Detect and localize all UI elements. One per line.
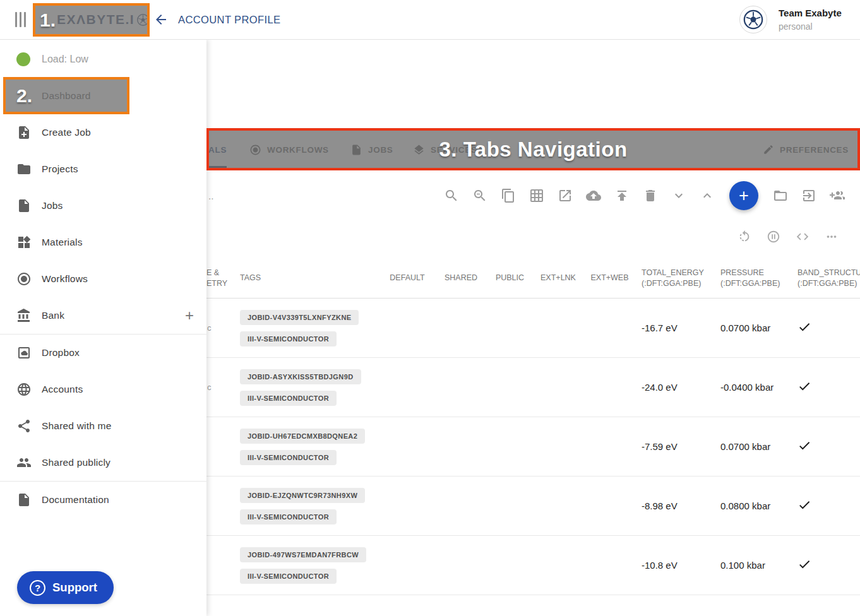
sidebar-item-workflows[interactable]: Workflows [0,261,206,297]
tag-chip: JOBID-EJZQNWTC9R73NH9XW [240,488,365,503]
load-status: Load: Low [0,41,206,78]
sidebar-item-shared-with-me[interactable]: Shared with me [0,408,206,444]
table-row[interactable]: cJOBID-ASYXKISS5TBDJGN9DIII-V-SEMICONDUC… [206,358,860,417]
band-structure-cell [792,498,860,514]
table-row[interactable]: cJOBID-V4V339T5LXNFYZKNEIII-V-SEMICONDUC… [206,299,860,358]
radio-icon [16,271,32,287]
sidebar-item-materials[interactable]: Materials [0,224,206,261]
search-input[interactable]: .. [208,191,213,201]
sidebar-item-create-job[interactable]: Create Job [0,114,206,151]
sidebar-item-label: Documentation [42,494,109,506]
tag-chip: III-V-SEMICONDUCTOR [240,331,337,346]
column-header-ext-web[interactable]: EXT+WEB [583,273,636,284]
sidebar-item-projects[interactable]: Projects [0,151,206,187]
band-structure-cell [792,557,860,574]
column-header-tags[interactable]: TAGS [240,273,379,284]
tags-cell: JOBID-V4V339T5LXNFYZKNEIII-V-SEMICONDUCT… [240,310,379,346]
sidebar-item-label: Shared publicly [42,457,110,468]
app-window: EXΛBYTE.I ACCOUNT PROFILE Team Exabyte p… [0,0,860,616]
chevron-up-icon[interactable] [700,188,715,203]
upload-icon[interactable] [614,188,630,203]
team-type: personal [779,21,813,32]
folder-outline-icon[interactable] [773,188,788,203]
sidebar-menu: DashboardCreate JobProjectsJobsMaterials… [0,78,206,518]
pressure-value: 0.0800 kbar [715,500,792,511]
rotate-left-icon[interactable] [738,230,751,244]
column-header-fragment[interactable]: E & ETRY [206,268,240,290]
widgets-icon [16,235,32,250]
table-row[interactable]: JOBID-497WS7EMDAN7FRBCWIII-V-SEMICONDUCT… [206,536,860,595]
sidebar-item-label: Accounts [42,384,83,395]
total-energy-value: -16.7 eV [636,323,715,333]
sidebar-item-jobs[interactable]: Jobs [0,187,206,224]
sidebar-item-accounts[interactable]: Accounts [0,371,206,408]
file-icon [16,198,32,213]
total-energy-value: -10.8 eV [636,560,715,571]
tag-chip: III-V-SEMICONDUCTOR [240,509,337,524]
total-energy-value: -24.0 eV [636,382,715,393]
sidebar-item-label: Create Job [42,127,91,138]
column-header-shared[interactable]: SHARED [436,273,486,284]
people-icon [16,455,32,470]
back-arrow-icon[interactable] [153,12,169,27]
pause-circle-icon[interactable] [767,230,780,244]
search-icon[interactable] [444,188,459,203]
exit-to-app-icon[interactable] [801,188,816,203]
table-body: cJOBID-V4V339T5LXNFYZKNEIII-V-SEMICONDUC… [206,299,860,616]
pressure-value: 0.100 kbar [715,560,792,571]
entity-toolbar: .. + [206,180,860,211]
band-structure-cell [792,320,860,336]
column-header-total-energy[interactable]: TOTAL_ENERGY (:DFT:GGA:PBE) [636,268,715,290]
sidebar-item-dropbox[interactable]: Dropbox [0,335,206,371]
annotation-step2-box: 2. [3,77,129,114]
group-add-icon[interactable] [830,188,845,203]
load-status-dot-icon [16,52,30,66]
tag-chip: III-V-SEMICONDUCTOR [240,569,337,584]
column-header-band-structure[interactable]: BAND_STRUCTU (:DFT:GGA:PBE) [792,268,860,290]
copy-icon[interactable] [501,188,516,203]
table-row[interactable]: JOBID-UH67EDCMXB8DQNEA2III-V-SEMICONDUCT… [206,417,860,477]
support-button-label: Support [52,581,97,595]
sidebar-item-bank[interactable]: Bank+ [0,297,206,334]
globe-icon [16,382,32,397]
tags-cell: JOBID-UH67EDCMXB8DQNEA2III-V-SEMICONDUCT… [240,429,379,465]
annotation-step2-label: 2. [16,85,32,107]
sidebar-item-label: Workflows [42,273,88,285]
delete-icon[interactable] [643,188,658,203]
grid-icon[interactable] [529,188,544,203]
total-energy-value: -7.59 eV [636,441,715,452]
code-icon[interactable] [796,230,809,244]
cloud-upload-icon[interactable] [586,188,601,203]
check-icon [797,498,811,512]
sidebar-item-documentation[interactable]: Documentation [0,482,206,518]
column-header-default[interactable]: DEFAULT [379,273,436,284]
tag-chip: III-V-SEMICONDUCTOR [240,391,337,406]
advanced-search-icon[interactable] [472,188,487,203]
team-name[interactable]: Team Exabyte [779,8,842,18]
sidebar-drawer: Load: Low DashboardCreate JobProjectsJob… [0,39,206,616]
load-status-label: Load: Low [42,54,88,65]
more-horiz-icon[interactable] [825,230,839,244]
open-in-new-icon[interactable] [558,188,573,203]
team-avatar[interactable] [739,6,767,33]
support-button[interactable]: ? Support [17,571,114,604]
column-header-pressure[interactable]: PRESSURE (:DFT:GGA:PBE) [715,268,792,290]
pressure-value: 0.0700 kbar [715,323,792,333]
column-header-ext-lnk[interactable]: EXT+LNK [534,273,583,284]
tags-cell: JOBID-EJZQNWTC9R73NH9XWIII-V-SEMICONDUCT… [240,488,379,524]
add-icon[interactable]: + [185,307,194,324]
share-icon [16,418,32,434]
table-row[interactable]: JOBID-EJZQNWTC9R73NH9XWIII-V-SEMICONDUCT… [206,477,860,536]
note-add-icon [16,125,32,140]
tag-chip: JOBID-497WS7EMDAN7FRBCW [240,547,366,562]
chevron-down-icon[interactable] [671,188,686,203]
name-fragment: c [206,323,240,333]
hamburger-menu-icon[interactable] [15,12,26,27]
sidebar-item-shared-publicly[interactable]: Shared publicly [0,444,206,481]
add-entity-fab[interactable]: + [729,181,758,210]
file-icon [16,492,32,507]
table-row[interactable]: JOBID-YHMNSDQ2CGLETRCHG [206,595,860,616]
column-header-public[interactable]: PUBLIC [486,273,534,284]
name-fragment: c [206,382,240,392]
secondary-toolbar [738,222,860,251]
